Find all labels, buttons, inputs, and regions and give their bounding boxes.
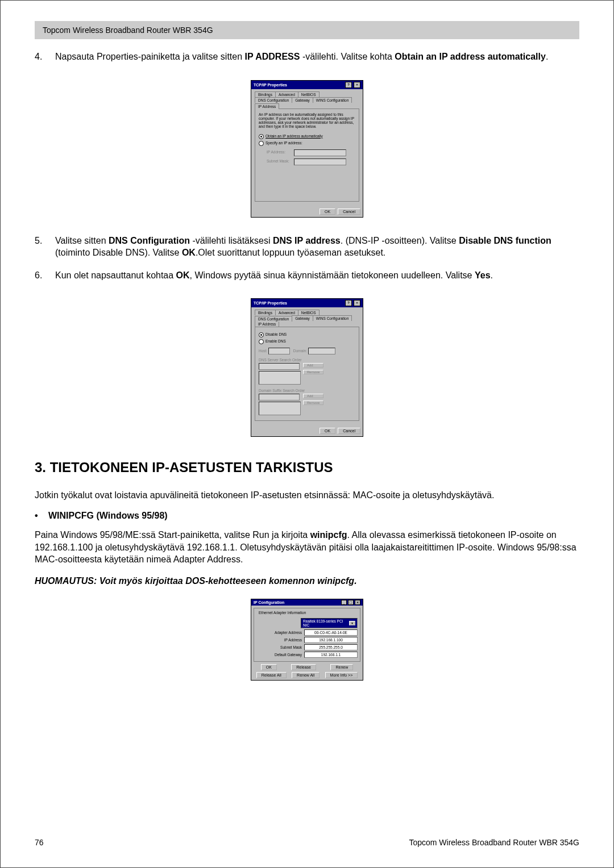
tab-wins[interactable]: WINS Configuration — [313, 97, 352, 103]
label-dns-order: DNS Server Search Order — [259, 358, 355, 362]
help-icon[interactable]: ? — [345, 82, 352, 88]
renew-button[interactable]: Renew — [330, 664, 353, 670]
value-default-gateway: 192.168.1.1 — [304, 652, 358, 658]
dns-list — [259, 371, 301, 385]
ok-button[interactable]: OK — [320, 208, 335, 215]
list-item-6: 6. Kun olet napsauttanut kohtaa OK, Wind… — [35, 269, 579, 282]
radio-obtain-auto[interactable]: Obtain an IP address automatically — [259, 134, 355, 139]
header-bar: Topcom Wireless Broadband Router WBR 354… — [35, 21, 579, 39]
remove-button: Remove — [303, 370, 323, 374]
list-number: 4. — [35, 51, 55, 63]
tab-ip-address[interactable]: IP Address — [255, 321, 279, 327]
button-row-1: OK Release Renew — [254, 664, 360, 670]
remove-button: Remove — [303, 400, 323, 405]
list-text: Napsauta Properties-painiketta ja valits… — [55, 51, 579, 63]
label-subnet-mask: Subnet Mask — [256, 645, 304, 649]
tab-row-top: Bindings Advanced NetBIOS — [255, 310, 359, 315]
ok-button[interactable]: OK — [320, 428, 335, 434]
add-button: Add — [303, 394, 323, 398]
tab-dns[interactable]: DNS Configuration — [255, 97, 292, 103]
label-ip-address: IP Address: — [267, 150, 293, 154]
radio-icon — [259, 332, 264, 337]
dialog-tcpip-properties: TCP/IP Properties ? × Bindings Advanced … — [251, 80, 363, 218]
tab-dns[interactable]: DNS Configuration — [255, 316, 292, 322]
paragraph: Paina Windows 95/98/ME:ssä Start-painike… — [35, 529, 579, 566]
figure-tcpip-dns: TCP/IP Properties ? × Bindings Advanced … — [35, 298, 579, 437]
tab-wins[interactable]: WINS Configuration — [313, 315, 352, 321]
tab-gateway[interactable]: Gateway — [292, 97, 313, 103]
radio-icon — [259, 141, 264, 146]
tab-netbios[interactable]: NetBIOS — [298, 310, 320, 315]
dns-ip-input — [259, 363, 300, 370]
more-info-button[interactable]: More Info >> — [325, 672, 358, 678]
add-button: Add — [303, 363, 323, 368]
tab-panel-ipaddress: An IP address can be automatically assig… — [255, 108, 359, 202]
tab-netbios[interactable]: NetBIOS — [298, 91, 320, 97]
group-ethernet-adapter: Ethernet Adapter Information Realtek 813… — [254, 608, 360, 662]
help-icon[interactable]: ? — [345, 300, 352, 306]
dialog-title: TCP/IP Properties — [254, 301, 287, 305]
ordered-list-cont: 5. Valitse sitten DNS Configuration -väl… — [35, 235, 579, 282]
figure-ipconfig: IP Configuration _ □ × Ethernet Adapter … — [35, 599, 579, 681]
button-row-2: Release All Renew All More Info >> — [254, 672, 360, 678]
label-ip-address: IP Address — [256, 638, 304, 642]
radio-specify[interactable]: Specify an IP address: — [259, 141, 355, 146]
close-icon[interactable]: × — [355, 600, 360, 605]
value-ip-address: 192.168.1.100 — [304, 637, 358, 643]
label-host: Host: — [259, 349, 267, 353]
adapter-select-value: Realtek 8139-series PCI NIC — [303, 619, 349, 627]
adapter-select[interactable]: Realtek 8139-series PCI NIC ▼ — [301, 618, 358, 628]
tab-gateway[interactable]: Gateway — [292, 315, 313, 321]
dialog-titlebar: IP Configuration _ □ × — [251, 599, 363, 606]
footer-product: Topcom Wireless Broadband Router WBR 354… — [409, 838, 579, 847]
close-icon[interactable]: × — [354, 300, 360, 306]
figure-tcpip-ipaddress: TCP/IP Properties ? × Bindings Advanced … — [35, 80, 579, 218]
ok-button[interactable]: OK — [261, 664, 277, 670]
tab-bindings[interactable]: Bindings — [255, 310, 276, 315]
tab-panel-dns: Disable DNS Enable DNS Host: Domain: DNS… — [255, 327, 359, 421]
minimize-icon[interactable]: _ — [341, 600, 347, 605]
value-subnet-mask: 255.255.255.0 — [304, 644, 358, 650]
host-input — [268, 348, 290, 354]
paragraph: Jotkin työkalut ovat loistavia apuväline… — [35, 489, 579, 502]
tab-advanced[interactable]: Advanced — [275, 91, 298, 97]
tab-row-bottom: DNS Configuration Gateway WINS Configura… — [255, 315, 359, 327]
close-icon[interactable]: × — [354, 82, 360, 88]
dialog-ip-configuration: IP Configuration _ □ × Ethernet Adapter … — [251, 599, 363, 681]
label-subnet-mask: Subnet Mask: — [267, 159, 293, 163]
dialog-titlebar: TCP/IP Properties ? × — [251, 299, 363, 307]
renew-all-button[interactable]: Renew All — [292, 672, 320, 678]
list-item-4: 4. Napsauta Properties-painiketta ja val… — [35, 51, 579, 63]
ip-description: An IP address can be automatically assig… — [259, 112, 355, 128]
label-domain: Domain: — [293, 349, 307, 353]
label-adapter-address: Adapter Address — [256, 631, 304, 635]
release-all-button[interactable]: Release All — [256, 672, 287, 678]
tab-ip-address[interactable]: IP Address — [255, 103, 279, 109]
tab-row-bottom: DNS Configuration Gateway WINS Configura… — [255, 97, 359, 108]
dialog-titlebar: TCP/IP Properties ? × — [251, 81, 363, 89]
suffix-input — [259, 394, 300, 400]
cancel-button[interactable]: Cancel — [338, 208, 360, 215]
release-button[interactable]: Release — [291, 664, 316, 670]
tab-advanced[interactable]: Advanced — [275, 310, 298, 315]
bullet-winipcfg: WINIPCFG (Windows 95/98) — [35, 511, 579, 521]
radio-enable-dns[interactable]: Enable DNS — [259, 339, 355, 344]
radio-icon — [259, 134, 264, 139]
maximize-icon[interactable]: □ — [348, 600, 354, 605]
list-text: Kun olet napsauttanut kohtaa OK, Windows… — [55, 269, 579, 282]
section-heading: 3. TIETOKONEEN IP-ASETUSTEN TARKISTUS — [35, 460, 579, 475]
tab-row-top: Bindings Advanced NetBIOS — [255, 91, 359, 97]
domain-input — [308, 348, 335, 354]
label-default-gateway: Default Gateway — [256, 653, 304, 657]
radio-icon — [259, 339, 264, 344]
ordered-list: 4. Napsauta Properties-painiketta ja val… — [35, 51, 579, 63]
group-label: Ethernet Adapter Information — [258, 611, 307, 615]
list-item-5: 5. Valitse sitten DNS Configuration -väl… — [35, 235, 579, 259]
tab-bindings[interactable]: Bindings — [255, 91, 276, 97]
suffix-list — [259, 402, 301, 415]
cancel-button[interactable]: Cancel — [338, 428, 360, 434]
list-number: 6. — [35, 269, 55, 282]
note: HUOMAUTUS: Voit myös kirjoittaa DOS-keho… — [35, 576, 579, 586]
radio-disable-dns[interactable]: Disable DNS — [259, 332, 355, 337]
dialog-title: IP Configuration — [254, 600, 284, 604]
